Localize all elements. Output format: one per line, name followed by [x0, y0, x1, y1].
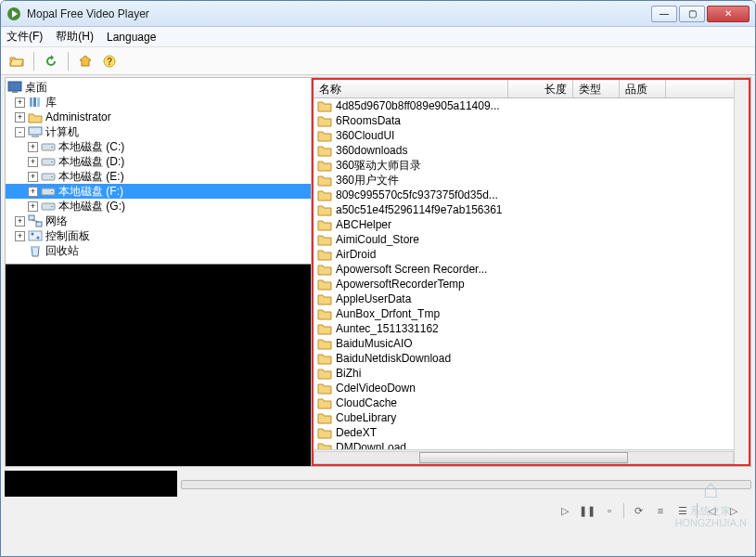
- expand-icon[interactable]: +: [15, 216, 25, 227]
- expand-icon[interactable]: +: [15, 231, 25, 241]
- help-button[interactable]: ?: [99, 51, 120, 71]
- pause-button[interactable]: ❚❚: [579, 502, 596, 519]
- list-item[interactable]: CloudCache: [314, 395, 734, 410]
- library-icon: [28, 96, 43, 109]
- expand-icon[interactable]: +: [28, 201, 38, 212]
- file-name: 6RoomsData: [336, 114, 401, 127]
- folder-icon: [317, 263, 332, 276]
- list-item[interactable]: AirDroid: [314, 247, 734, 262]
- file-name: CubeLibrary: [336, 411, 396, 424]
- close-button[interactable]: ✕: [707, 6, 750, 22]
- list-item[interactable]: a50c51e4f5296114f9e7ab156361: [314, 202, 734, 217]
- tree-label: 回收站: [45, 243, 79, 259]
- list-item[interactable]: 6RoomsData: [314, 113, 734, 128]
- scroll-thumb[interactable]: [419, 452, 629, 463]
- expand-icon[interactable]: +: [28, 172, 38, 182]
- file-name: CloudCache: [336, 396, 397, 409]
- tree-control-panel[interactable]: + 控制面板: [6, 228, 311, 243]
- tree-admin[interactable]: + Administrator: [6, 110, 311, 124]
- home-button[interactable]: [75, 51, 96, 71]
- folder-tree[interactable]: 桌面 + 库 + Administrator -: [6, 78, 311, 264]
- tree-label: 本地磁盘 (E:): [58, 169, 124, 185]
- column-length[interactable]: 长度: [508, 80, 573, 97]
- seek-bar[interactable]: [181, 480, 751, 489]
- recycle-bin-icon: [28, 244, 43, 257]
- refresh-button[interactable]: [41, 51, 61, 71]
- tree-network[interactable]: + 网络: [6, 214, 311, 228]
- svg-rect-9: [29, 127, 42, 135]
- next-button[interactable]: ▷: [725, 502, 742, 519]
- list-item[interactable]: DedeXT: [314, 425, 734, 440]
- expand-icon[interactable]: +: [15, 112, 25, 123]
- folder-icon: [317, 337, 332, 350]
- svg-line-23: [32, 220, 39, 222]
- list-item[interactable]: 809c995570c5fc937375f0d35d...: [314, 188, 734, 202]
- drive-icon: [41, 185, 56, 198]
- column-name[interactable]: 名称: [314, 80, 508, 97]
- list-item[interactable]: Apowersoft Screen Recorder...: [314, 262, 734, 277]
- column-type[interactable]: 类型: [573, 80, 620, 97]
- tree-root-desktop[interactable]: 桌面: [6, 80, 311, 95]
- menu-language[interactable]: Language: [107, 31, 156, 44]
- folder-icon: [317, 188, 332, 201]
- list-item[interactable]: AppleUserData: [314, 291, 734, 306]
- list-item[interactable]: 360CloudUI: [314, 128, 734, 143]
- maximize-button[interactable]: ▢: [679, 6, 705, 22]
- list-item[interactable]: 360downloads: [314, 143, 734, 158]
- tree-drive[interactable]: +本地磁盘 (E:): [6, 169, 311, 184]
- file-name: CdelVideoDown: [336, 382, 416, 395]
- tree-drive[interactable]: +本地磁盘 (F:): [6, 184, 311, 199]
- expand-icon[interactable]: +: [28, 187, 38, 197]
- tree-drive[interactable]: +本地磁盘 (G:): [6, 199, 311, 214]
- menu-help[interactable]: 帮助(H): [56, 29, 94, 45]
- list-item[interactable]: 4d85d9670b8ff089e905a11409...: [314, 98, 734, 113]
- horizontal-scrollbar[interactable]: [314, 449, 734, 464]
- file-name: 809c995570c5fc937375f0d35d...: [336, 188, 498, 201]
- tree-drive[interactable]: +本地磁盘 (D:): [6, 154, 311, 169]
- list-item[interactable]: CubeLibrary: [314, 410, 734, 425]
- expand-icon[interactable]: +: [15, 97, 25, 108]
- collapse-icon[interactable]: -: [15, 127, 25, 137]
- list-item[interactable]: 360用户文件: [314, 173, 734, 188]
- list-button[interactable]: ☰: [674, 502, 691, 519]
- stop-button[interactable]: ▫: [601, 502, 618, 519]
- minimize-button[interactable]: —: [651, 6, 677, 22]
- list-item[interactable]: ApowersoftRecorderTemp: [314, 277, 734, 291]
- expand-icon[interactable]: +: [28, 157, 38, 167]
- file-name: Apowersoft Screen Recorder...: [336, 263, 487, 276]
- tree-recycle-bin[interactable]: 回收站: [6, 243, 311, 258]
- expand-icon[interactable]: +: [28, 142, 38, 152]
- playlist-button[interactable]: ≡: [652, 502, 669, 519]
- list-item[interactable]: BiZhi: [314, 366, 734, 381]
- scroll-track[interactable]: [314, 451, 734, 464]
- open-button[interactable]: [6, 51, 27, 71]
- menu-file[interactable]: 文件(F): [6, 29, 43, 45]
- tree-drive[interactable]: +本地磁盘 (C:): [6, 139, 311, 154]
- svg-rect-24: [29, 231, 42, 240]
- list-item[interactable]: BaiduNetdiskDownload: [314, 351, 734, 366]
- repeat-button[interactable]: ⟳: [630, 502, 647, 519]
- vertical-scrollbar[interactable]: [734, 80, 749, 464]
- list-item[interactable]: BaiduMusicAIO: [314, 336, 734, 351]
- list-item[interactable]: AimiCould_Store: [314, 232, 734, 247]
- list-item[interactable]: CdelVideoDown: [314, 381, 734, 395]
- tree-label: 本地磁盘 (D:): [58, 154, 124, 170]
- tree-library[interactable]: + 库: [6, 95, 311, 110]
- list-item[interactable]: Auntec_1511331162: [314, 321, 734, 336]
- list-item[interactable]: 360驱动大师目录: [314, 158, 734, 173]
- list-item[interactable]: DMDownLoad: [314, 440, 734, 449]
- column-quality[interactable]: 品质: [620, 80, 666, 97]
- list-item[interactable]: AunBox_Drfont_Tmp: [314, 306, 734, 321]
- tree-computer[interactable]: - 计算机: [6, 124, 311, 139]
- titlebar[interactable]: Mopal Free Video Player — ▢ ✕: [1, 1, 755, 27]
- play-button[interactable]: ▷: [557, 502, 573, 519]
- list-item[interactable]: ABCHelper: [314, 217, 734, 232]
- svg-rect-12: [51, 147, 53, 148]
- file-name: AunBox_Drfont_Tmp: [336, 307, 440, 320]
- control-panel-icon: [28, 229, 43, 242]
- file-list[interactable]: 4d85d9670b8ff089e905a11409...6RoomsData3…: [314, 98, 734, 449]
- folder-icon: [317, 441, 332, 449]
- folder-icon: [317, 367, 332, 380]
- svg-rect-8: [37, 97, 40, 107]
- prev-button[interactable]: ◁: [703, 502, 720, 519]
